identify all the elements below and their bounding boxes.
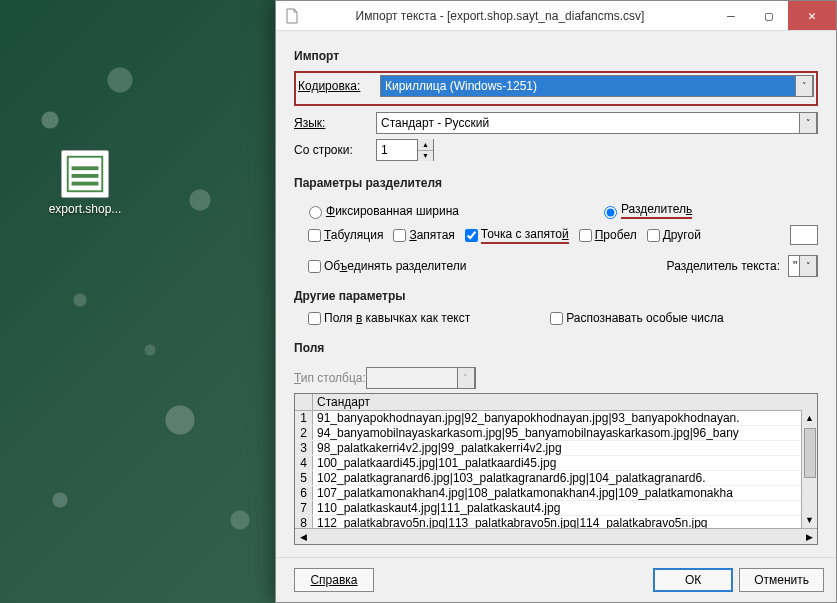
table-row[interactable]: 191_banyapokhodnayan.jpg|92_banyapokhodn… bbox=[295, 411, 817, 426]
row-text: 91_banyapokhodnayan.jpg|92_banyapokhodna… bbox=[313, 411, 744, 425]
row-text: 102_palatkagranard6.jpg|103_palatkagrana… bbox=[313, 471, 710, 485]
import-group-title: Импорт bbox=[294, 49, 818, 63]
line-number: 7 bbox=[295, 501, 313, 515]
special-checkbox[interactable]: Распознавать особые числа bbox=[550, 311, 723, 325]
scroll-right-icon[interactable]: ▶ bbox=[801, 532, 817, 542]
table-row[interactable]: 4100_palatkaardi45.jpg|101_palatkaardi45… bbox=[295, 456, 817, 471]
encoding-label: Кодировка: bbox=[298, 79, 380, 93]
horizontal-scrollbar[interactable]: ◀ ▶ bbox=[295, 528, 817, 544]
cancel-button[interactable]: Отменить bbox=[739, 568, 824, 592]
help-button[interactable]: Справка bbox=[294, 568, 374, 592]
window-title: Импорт текста - [export.shop.sayt_na_dia… bbox=[308, 9, 712, 23]
maximize-button[interactable]: ▢ bbox=[750, 1, 788, 30]
table-row[interactable]: 398_palatkakerri4v2.jpg|99_palatkakerri4… bbox=[295, 441, 817, 456]
minimize-button[interactable]: – bbox=[712, 1, 750, 30]
scroll-thumb[interactable] bbox=[804, 428, 816, 478]
encoding-highlight-box: Кодировка: Кириллица (Windows-1251) ˅ bbox=[294, 71, 818, 106]
chevron-down-icon[interactable]: ˅ bbox=[795, 75, 813, 97]
coltype-select: ˅ bbox=[366, 367, 476, 389]
fixed-width-radio[interactable]: Фиксированная ширина bbox=[304, 203, 459, 219]
scroll-left-icon[interactable]: ◀ bbox=[295, 532, 311, 542]
line-number: 5 bbox=[295, 471, 313, 485]
semicolon-checkbox[interactable]: Точка с запятой bbox=[465, 227, 569, 244]
row-text: 100_palatkaardi45.jpg|101_palatkaardi45.… bbox=[313, 456, 560, 470]
fields-group-title: Поля bbox=[294, 341, 818, 355]
merge-checkbox[interactable]: Объединять разделители bbox=[308, 259, 466, 273]
space-checkbox[interactable]: Пробел bbox=[579, 228, 637, 242]
desktop-file-icon[interactable]: export.shop... bbox=[40, 150, 130, 216]
line-number: 3 bbox=[295, 441, 313, 455]
row-text: 110_palatkaskaut4.jpg|111_palatkaskaut4.… bbox=[313, 501, 564, 515]
other-delimiter-input[interactable] bbox=[790, 225, 818, 245]
chevron-down-icon: ˅ bbox=[457, 367, 475, 389]
comma-checkbox[interactable]: Запятая bbox=[393, 228, 454, 242]
other-checkbox[interactable]: Другой bbox=[647, 228, 701, 242]
desktop-file-label: export.shop... bbox=[40, 202, 130, 216]
coltype-label: Тип столбца: bbox=[294, 371, 366, 385]
svg-rect-2 bbox=[72, 174, 99, 178]
line-number: 1 bbox=[295, 411, 313, 425]
table-row[interactable]: 6107_palatkamonakhan4.jpg|108_palatkamon… bbox=[295, 486, 817, 501]
svg-rect-1 bbox=[72, 166, 99, 170]
scroll-down-icon[interactable]: ▼ bbox=[802, 512, 817, 528]
spinner-down-icon[interactable]: ▼ bbox=[418, 151, 433, 162]
svg-rect-3 bbox=[72, 182, 99, 186]
chevron-down-icon[interactable]: ˅ bbox=[799, 255, 817, 277]
spreadsheet-file-icon bbox=[61, 150, 109, 198]
row-text: 98_palatkakerri4v2.jpg|99_palatkakerri4v… bbox=[313, 441, 566, 455]
fromrow-label: Со строки: bbox=[294, 143, 376, 157]
ok-button[interactable]: ОК bbox=[653, 568, 733, 592]
delimiter-radio[interactable]: Разделитель bbox=[599, 202, 692, 219]
language-select[interactable]: Стандарт - Русский ˅ bbox=[376, 112, 818, 134]
quoted-checkbox[interactable]: Поля в кавычках как текст bbox=[308, 311, 470, 325]
preview-grid[interactable]: Стандарт 191_banyapokhodnayan.jpg|92_ban… bbox=[294, 393, 818, 545]
line-number: 4 bbox=[295, 456, 313, 470]
chevron-down-icon[interactable]: ˅ bbox=[799, 112, 817, 134]
fromrow-spinner[interactable]: 1 ▲ ▼ bbox=[376, 139, 434, 161]
close-button[interactable]: ✕ bbox=[788, 1, 836, 30]
language-label: Язык: bbox=[294, 116, 376, 130]
row-text: 94_banyamobilnayaskarkasom.jpg|95_banyam… bbox=[313, 426, 743, 440]
textsep-select[interactable]: " ˅ bbox=[788, 255, 818, 277]
column-header[interactable]: Стандарт bbox=[313, 394, 817, 410]
import-dialog: Импорт текста - [export.shop.sayt_na_dia… bbox=[275, 0, 837, 603]
document-icon bbox=[284, 8, 300, 24]
table-row[interactable]: 294_banyamobilnayaskarkasom.jpg|95_banya… bbox=[295, 426, 817, 441]
tab-checkbox[interactable]: Табуляция bbox=[308, 228, 383, 242]
other-group-title: Другие параметры bbox=[294, 289, 818, 303]
spinner-up-icon[interactable]: ▲ bbox=[418, 139, 433, 151]
scroll-up-icon[interactable]: ▲ bbox=[802, 410, 817, 426]
line-number: 6 bbox=[295, 486, 313, 500]
separator-group-title: Параметры разделителя bbox=[294, 176, 818, 190]
table-row[interactable]: 5102_palatkagranard6.jpg|103_palatkagran… bbox=[295, 471, 817, 486]
row-text: 107_palatkamonakhan4.jpg|108_palatkamona… bbox=[313, 486, 737, 500]
textsep-label: Разделитель текста: bbox=[667, 259, 780, 273]
line-number: 2 bbox=[295, 426, 313, 440]
titlebar[interactable]: Импорт текста - [export.shop.sayt_na_dia… bbox=[276, 1, 836, 31]
table-row[interactable]: 7110_palatkaskaut4.jpg|111_palatkaskaut4… bbox=[295, 501, 817, 516]
vertical-scrollbar[interactable]: ▲ ▼ bbox=[801, 410, 817, 528]
encoding-select[interactable]: Кириллица (Windows-1251) ˅ bbox=[380, 75, 814, 97]
